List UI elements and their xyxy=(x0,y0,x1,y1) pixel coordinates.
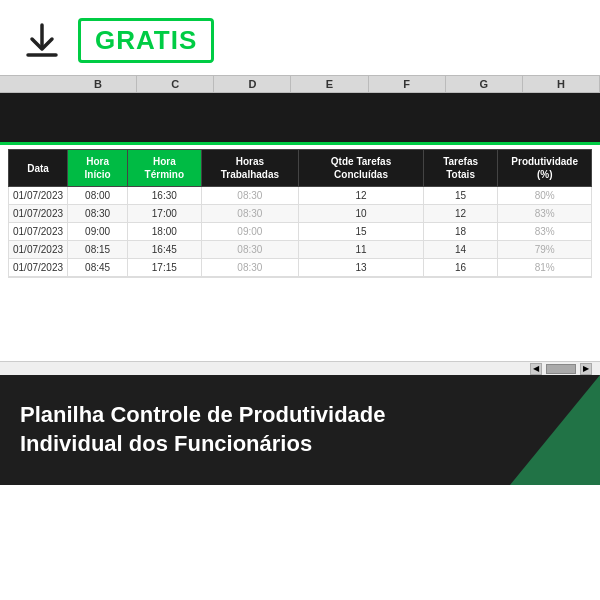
cell-data: 01/07/2023 xyxy=(9,259,68,277)
cell-tarefas-tot: 15 xyxy=(423,187,498,205)
col-tarefas-totais: Tarefas Totais xyxy=(423,150,498,187)
download-icon xyxy=(20,19,64,63)
table-row: 01/07/2023 08:15 16:45 08:30 11 14 79% xyxy=(9,241,592,259)
excel-icon-wrap: X xyxy=(510,375,600,485)
cell-hora-inicio: 08:45 xyxy=(68,259,128,277)
col-horas-trabalhadas: Horas Trabalhadas xyxy=(201,150,299,187)
table-row: 01/07/2023 08:00 16:30 08:30 12 15 80% xyxy=(9,187,592,205)
cell-horas-trab: 08:30 xyxy=(201,259,299,277)
cell-qtde-conc: 12 xyxy=(299,187,424,205)
col-header-f: F xyxy=(369,76,446,92)
cell-tarefas-tot: 12 xyxy=(423,205,498,223)
col-header-b: B xyxy=(60,76,137,92)
cell-qtde-conc: 15 xyxy=(299,223,424,241)
cell-hora-inicio: 08:00 xyxy=(68,187,128,205)
table-row: 01/07/2023 08:45 17:15 08:30 13 16 81% xyxy=(9,259,592,277)
cell-produtividade: 83% xyxy=(498,205,592,223)
cell-data: 01/07/2023 xyxy=(9,205,68,223)
cell-hora-termino: 17:15 xyxy=(128,259,201,277)
scroll-left-arrow[interactable]: ◀ xyxy=(530,363,542,375)
cell-data: 01/07/2023 xyxy=(9,187,68,205)
bottom-title: Planilha Controle de Produtividade Indiv… xyxy=(20,401,400,458)
cell-hora-termino: 17:00 xyxy=(128,205,201,223)
gratis-badge: GRATIS xyxy=(78,18,214,63)
col-header-row: B C D E F G H xyxy=(0,75,600,93)
scroll-right-arrow[interactable]: ▶ xyxy=(580,363,592,375)
table-row: 01/07/2023 09:00 18:00 09:00 15 18 83% xyxy=(9,223,592,241)
table-row: 01/07/2023 08:30 17:00 08:30 10 12 83% xyxy=(9,205,592,223)
cell-qtde-conc: 13 xyxy=(299,259,424,277)
cell-tarefas-tot: 14 xyxy=(423,241,498,259)
cell-produtividade: 81% xyxy=(498,259,592,277)
cell-tarefas-tot: 16 xyxy=(423,259,498,277)
cell-data: 01/07/2023 xyxy=(9,241,68,259)
cell-hora-inicio: 08:15 xyxy=(68,241,128,259)
cell-hora-termino: 18:00 xyxy=(128,223,201,241)
col-header-e: E xyxy=(291,76,368,92)
cell-hora-inicio: 08:30 xyxy=(68,205,128,223)
cell-produtividade: 79% xyxy=(498,241,592,259)
cell-produtividade: 80% xyxy=(498,187,592,205)
top-header: GRATIS xyxy=(0,0,600,75)
col-header-g: G xyxy=(446,76,523,92)
cell-horas-trab: 08:30 xyxy=(201,241,299,259)
cell-horas-trab: 08:30 xyxy=(201,187,299,205)
table-area: Data Hora Início Hora Término Horas Trab… xyxy=(0,145,600,361)
col-hora-inicio: Hora Início xyxy=(68,150,128,187)
col-header-c: C xyxy=(137,76,214,92)
col-hora-termino: Hora Término xyxy=(128,150,201,187)
excel-triangle: X xyxy=(510,375,600,485)
col-produtividade: Produtividade (%) xyxy=(498,150,592,187)
cell-hora-termino: 16:45 xyxy=(128,241,201,259)
cell-horas-trab: 08:30 xyxy=(201,205,299,223)
cell-tarefas-tot: 18 xyxy=(423,223,498,241)
col-header-d: D xyxy=(214,76,291,92)
cell-hora-termino: 16:30 xyxy=(128,187,201,205)
cell-horas-trab: 09:00 xyxy=(201,223,299,241)
table-header-row: Data Hora Início Hora Término Horas Trab… xyxy=(9,150,592,187)
cell-hora-inicio: 09:00 xyxy=(68,223,128,241)
scrollbar-area: ◀ ▶ xyxy=(0,361,600,375)
cell-qtde-conc: 10 xyxy=(299,205,424,223)
col-qtde-tarefas: Qtde Tarefas Concluídas xyxy=(299,150,424,187)
cell-produtividade: 83% xyxy=(498,223,592,241)
dark-banner xyxy=(0,93,600,145)
cell-qtde-conc: 11 xyxy=(299,241,424,259)
col-data: Data xyxy=(9,150,68,187)
spreadsheet-section: B C D E F G H Data Hora Início Hora Térm… xyxy=(0,75,600,375)
productivity-table: Data Hora Início Hora Término Horas Trab… xyxy=(8,149,592,277)
scroll-thumb[interactable] xyxy=(546,364,576,374)
cell-data: 01/07/2023 xyxy=(9,223,68,241)
empty-rows xyxy=(8,277,592,357)
col-header-h: H xyxy=(523,76,600,92)
bottom-section: Planilha Controle de Produtividade Indiv… xyxy=(0,375,600,485)
